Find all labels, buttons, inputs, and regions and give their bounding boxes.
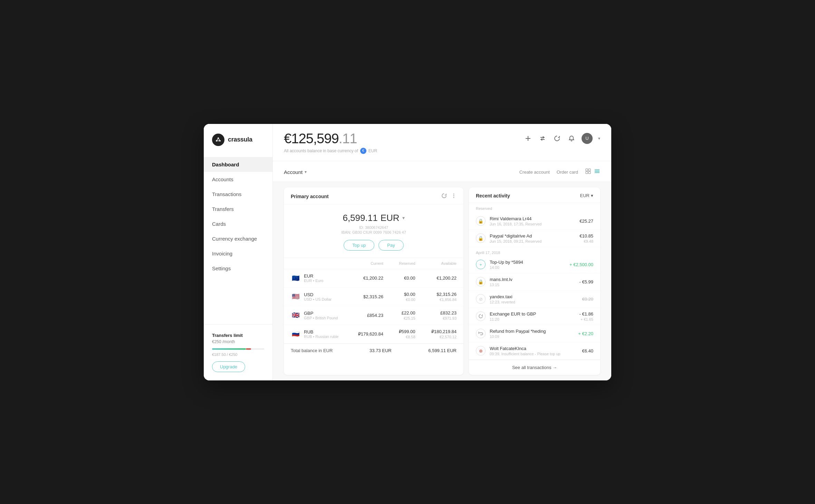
currency-table: Current Reserved Available 🇪🇺 EUR — [284, 258, 463, 343]
table-row: 🇷🇺 RUB RUB • Russian ruble ₽179,620.84 ₽… — [284, 324, 463, 343]
primary-account-title: Primary account — [291, 194, 329, 199]
account-balance-value: 6,599.11 — [343, 213, 377, 223]
sidebar-item-settings[interactable]: Settings — [204, 261, 272, 276]
account-actions: Create account Order card — [519, 168, 600, 176]
create-account-button[interactable]: Create account — [519, 169, 550, 175]
activity-amount: €25.27 — [579, 219, 593, 224]
pay-button[interactable]: Pay — [378, 240, 403, 251]
list-item[interactable]: + Top-Up by *5894 14:00 + €2,500.00 — [469, 256, 600, 273]
svg-line-3 — [217, 138, 218, 141]
user-avatar[interactable]: U — [582, 133, 593, 144]
add-button[interactable] — [524, 134, 533, 143]
sidebar-item-currency-exchange[interactable]: Currency exchange — [204, 231, 272, 246]
upgrade-button[interactable]: Upgrade — [212, 361, 245, 372]
svg-rect-9 — [588, 169, 591, 171]
sidebar-bottom: Transfers limit €250 /month €187.50 / €2… — [204, 324, 272, 380]
list-item[interactable]: ⊘ yandex.taxi 12:23, reverted €0.20 — [469, 291, 600, 308]
list-item[interactable]: 🔒 Paypal *digitalrive Ad Jun 15, 2018, 0… — [469, 230, 600, 247]
progress-fill-green — [212, 348, 246, 350]
activity-name: mans.lmt.lv — [490, 277, 575, 282]
currency-cell-usd: 🇺🇸 USD USD • US Dollar — [291, 292, 342, 301]
activity-amount: €6.40 — [582, 348, 593, 353]
activity-info: yandex.taxi 12:23, reverted — [490, 294, 578, 304]
panel-header-actions — [441, 193, 457, 200]
activity-name: Paypal *digitalrive Ad — [490, 233, 575, 239]
account-balance-large: 6,599.11 EUR ▾ — [291, 213, 457, 223]
activity-name: Rimi Valdemara Lr44 — [490, 216, 575, 221]
balance-subtitle: All accounts balance in base currency of… — [284, 148, 377, 154]
svg-line-4 — [218, 138, 220, 141]
table-row: 🇺🇸 USD USD • US Dollar $2,315.26 $0.00 — [284, 287, 463, 306]
top-bar: €125,599.11 All accounts balance in base… — [273, 124, 611, 161]
activity-name: Top-Up by *5894 — [490, 260, 565, 265]
list-item[interactable]: Exchange EUR to GBP 11:20 - €1.86 + €1.6… — [469, 308, 600, 325]
sidebar-item-transfers[interactable]: Transfers — [204, 202, 272, 216]
table-footer: Total balance in EUR 33.73 EUR 6,599.11 … — [284, 343, 463, 357]
list-item[interactable]: 🔒 mans.lmt.lv 13:15 - €5.99 — [469, 273, 600, 291]
more-options-button[interactable] — [451, 193, 457, 200]
sidebar-item-invoicing[interactable]: Invoicing — [204, 246, 272, 261]
sidebar-item-transactions[interactable]: Transactions — [204, 187, 272, 202]
col-header-available: Available — [422, 258, 463, 269]
reserved-section-label: Reserved — [469, 203, 600, 213]
svg-point-17 — [453, 197, 454, 198]
activity-amount: €0.20 — [582, 297, 593, 302]
circle-x-icon: ⊗ — [476, 346, 486, 356]
refresh-button[interactable] — [553, 134, 562, 143]
activity-info: Wolt FatcateKInca 09:39, Insufficient ba… — [490, 346, 578, 356]
plus-icon: + — [476, 260, 486, 269]
sidebar-item-accounts[interactable]: Accounts — [204, 172, 272, 187]
svg-point-16 — [453, 195, 454, 196]
list-item[interactable]: ⊗ Wolt FatcateKInca 09:39, Insufficient … — [469, 342, 600, 360]
transfer-button[interactable] — [538, 134, 547, 143]
order-card-button[interactable]: Order card — [557, 169, 578, 175]
top-up-button[interactable]: Top up — [344, 240, 374, 251]
grid-view-button[interactable] — [585, 168, 591, 176]
list-view-button[interactable] — [594, 168, 600, 176]
activity-amount-sub: + €1.65 — [579, 317, 593, 321]
account-selector-label: Account — [284, 169, 303, 175]
svg-rect-10 — [586, 172, 588, 174]
notifications-button[interactable] — [567, 134, 576, 143]
refresh-account-button[interactable] — [441, 193, 447, 200]
date-header: Aprill 17, 2018 — [469, 247, 600, 256]
flag-rub: 🇷🇺 — [291, 329, 300, 339]
account-chevron-icon: ▾ — [305, 169, 307, 174]
transfers-limit-subtitle: €250 /month — [212, 339, 264, 344]
flag-usd: 🇺🇸 — [291, 292, 300, 301]
currency-flag-icon: € — [360, 148, 366, 154]
sidebar: crassula Dashboard Accounts Transactions… — [204, 124, 273, 380]
app-container: crassula Dashboard Accounts Transactions… — [204, 124, 611, 380]
recent-activity-title: Recent activity — [476, 193, 510, 198]
account-selector[interactable]: Account ▾ — [284, 169, 307, 175]
list-item[interactable]: Refund from Paypal *heding 10:09 + €2.20 — [469, 325, 600, 342]
progress-values: €187.50 / €250 — [212, 352, 264, 357]
sidebar-item-dashboard[interactable]: Dashboard — [204, 157, 272, 172]
top-bar-actions: U ▾ — [524, 133, 600, 144]
currency-cell-eur: 🇪🇺 EUR EUR • Euro — [291, 273, 342, 283]
chevron-down-icon[interactable]: ▾ — [598, 136, 600, 141]
circle-slash-icon: ⊘ — [476, 294, 486, 304]
lock-icon: 🔒 — [476, 277, 486, 287]
activity-time: 13:15 — [490, 283, 575, 287]
left-panel: Primary account 6,599.11 EUR ▾ — [284, 187, 463, 375]
nav-items: Dashboard Accounts Transactions Transfer… — [204, 157, 272, 317]
list-item[interactable]: 🔒 Rimi Valdemara Lr44 Jun 16, 2018, 17:3… — [469, 213, 600, 230]
see-all-transactions-link[interactable]: See all transactions → — [469, 360, 600, 375]
col-header-currency — [284, 258, 349, 269]
right-panel: Recent activity EUR ▾ Reserved 🔒 Rimi Va… — [469, 187, 600, 375]
main-content: €125,599.11 All accounts balance in base… — [273, 124, 611, 380]
activity-currency-label: EUR — [580, 193, 589, 198]
svg-rect-11 — [588, 172, 591, 174]
balance-sub-text: All accounts balance in base currency of — [284, 148, 358, 153]
activity-info: Rimi Valdemara Lr44 Jun 16, 2018, 17:35,… — [490, 216, 575, 226]
transfers-limit-title: Transfers limit — [212, 333, 264, 338]
sidebar-item-cards[interactable]: Cards — [204, 216, 272, 231]
currency-selector[interactable]: EUR ▾ — [580, 193, 593, 198]
total-available: 6,599.11 EUR — [428, 348, 457, 353]
currency-cell-rub: 🇷🇺 RUB RUB • Russian ruble — [291, 329, 342, 339]
svg-rect-8 — [586, 169, 588, 171]
activity-name: Exchange EUR to GBP — [490, 311, 575, 317]
refresh-icon — [476, 311, 486, 321]
activity-amount-sub: €9.48 — [579, 239, 593, 243]
